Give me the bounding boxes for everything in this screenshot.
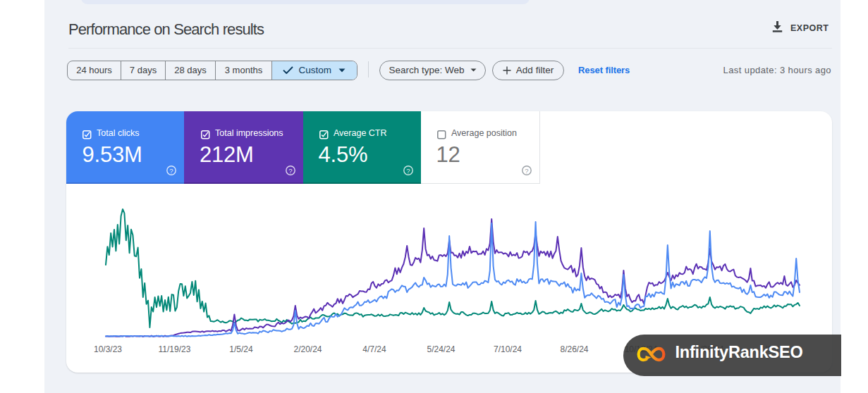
- svg-text:?: ?: [288, 166, 292, 174]
- svg-text:?: ?: [169, 166, 173, 174]
- svg-text:?: ?: [406, 166, 410, 174]
- svg-text:?: ?: [525, 166, 528, 174]
